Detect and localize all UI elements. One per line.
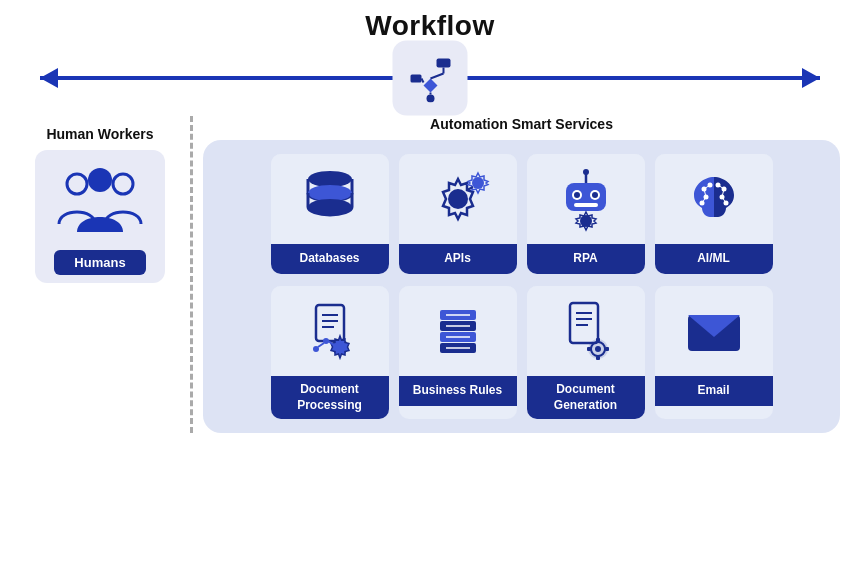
- svg-rect-0: [436, 58, 450, 67]
- databases-label: Databases: [271, 244, 389, 274]
- svg-point-15: [472, 177, 484, 189]
- email-icon-area: [655, 286, 773, 376]
- humans-icon-area: [43, 162, 157, 242]
- svg-point-2: [426, 94, 434, 102]
- svg-point-49: [313, 346, 319, 352]
- service-card-apis: APIs: [399, 154, 517, 274]
- page-wrapper: Workflow: [0, 0, 860, 571]
- svg-point-12: [308, 185, 352, 201]
- svg-point-11: [308, 171, 352, 187]
- doc-processing-icon: [296, 297, 364, 365]
- aiml-icon-area: [655, 154, 773, 244]
- vertical-separator: [190, 116, 193, 433]
- arrow-row: [40, 48, 820, 108]
- human-workers-section: Human Workers Hum: [20, 116, 180, 283]
- svg-point-25: [580, 215, 592, 227]
- humans-label: Humans: [54, 250, 145, 275]
- svg-point-13: [308, 199, 352, 215]
- svg-point-24: [583, 169, 589, 175]
- service-card-rpa: RPA: [527, 154, 645, 274]
- svg-point-9: [113, 174, 133, 194]
- svg-rect-68: [605, 347, 609, 351]
- doc-processing-icon-area: [271, 286, 389, 376]
- humans-icon: [55, 162, 145, 242]
- smart-services-box: Databases: [203, 140, 840, 433]
- svg-rect-58: [570, 303, 598, 343]
- human-workers-box: Humans: [35, 150, 165, 283]
- doc-generation-label: Document Generation: [527, 376, 645, 419]
- databases-icon-area: [271, 154, 389, 244]
- svg-marker-1: [423, 78, 437, 92]
- main-content: Human Workers Hum: [20, 116, 840, 433]
- apis-icon-area: [399, 154, 517, 244]
- rpa-icon: [552, 165, 620, 233]
- svg-point-21: [592, 192, 598, 198]
- service-card-email: Email: [655, 286, 773, 419]
- svg-point-10: [88, 168, 112, 192]
- doc-generation-icon: [552, 297, 620, 365]
- svg-rect-22: [574, 203, 598, 207]
- svg-rect-67: [587, 347, 591, 351]
- arrow-right-icon: [802, 68, 820, 88]
- rpa-label: RPA: [527, 244, 645, 274]
- service-card-doc-processing: Document Processing: [271, 286, 389, 419]
- svg-point-8: [67, 174, 87, 194]
- svg-point-64: [595, 346, 601, 352]
- aiml-label: AI/ML: [655, 244, 773, 274]
- smart-services-title: Automation Smart Services: [203, 116, 840, 132]
- apis-icon: [424, 165, 492, 233]
- doc-processing-label: Document Processing: [271, 376, 389, 419]
- databases-icon: [296, 165, 364, 233]
- aiml-icon: [680, 165, 748, 233]
- workflow-diagram-icon: [406, 54, 454, 102]
- workflow-icon-box: [393, 41, 468, 116]
- business-rules-icon-area: [399, 286, 517, 376]
- svg-point-20: [574, 192, 580, 198]
- business-rules-icon: [424, 297, 492, 365]
- rpa-icon-area: [527, 154, 645, 244]
- service-card-doc-generation: Document Generation: [527, 286, 645, 419]
- email-label: Email: [655, 376, 773, 406]
- business-rules-label: Business Rules: [399, 376, 517, 406]
- svg-line-5: [430, 73, 443, 78]
- page-title: Workflow: [365, 10, 494, 42]
- svg-rect-66: [596, 356, 600, 360]
- service-card-aiml: AI/ML: [655, 154, 773, 274]
- services-row-2: Document Processing: [217, 286, 826, 419]
- services-row-1: Databases: [217, 154, 826, 274]
- svg-rect-3: [410, 74, 421, 82]
- email-icon: [680, 297, 748, 365]
- service-card-business-rules: Business Rules: [399, 286, 517, 419]
- doc-generation-icon-area: [527, 286, 645, 376]
- svg-point-14: [448, 189, 468, 209]
- service-card-databases: Databases: [271, 154, 389, 274]
- smart-services-section: Automation Smart Services: [203, 116, 840, 433]
- svg-line-6: [421, 78, 423, 82]
- arrow-left-icon: [40, 68, 58, 88]
- human-workers-title: Human Workers: [46, 126, 153, 142]
- apis-label: APIs: [399, 244, 517, 274]
- svg-rect-65: [596, 338, 600, 342]
- svg-line-48: [318, 343, 324, 347]
